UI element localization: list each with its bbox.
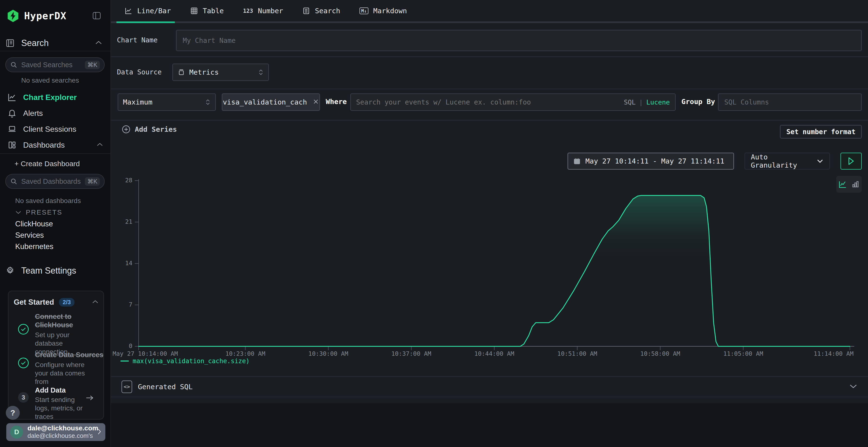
step-number-badge: 3 — [18, 392, 29, 403]
sidebar-item-label: Chart Explorer — [23, 93, 77, 102]
granularity-value: Auto Granularity — [751, 153, 816, 169]
no-saved-searches-text: No saved searches — [21, 77, 79, 84]
create-dashboard-button[interactable]: + Create Dashboard — [14, 160, 80, 168]
preset-kubernetes[interactable]: Kubernetes — [15, 242, 54, 251]
date-range-value: May 27 10:14:11 - May 27 11:14:11 — [585, 157, 724, 165]
tab-label: Markdown — [373, 7, 407, 15]
tab-label: Table — [203, 7, 224, 15]
get-started-step-3[interactable]: 3 Add Data Start sending logs, metrics, … — [14, 386, 99, 413]
preset-services[interactable]: Services — [15, 231, 44, 240]
y-axis-tick-label: 21 — [117, 218, 132, 225]
main-panel: Line/Bar Table 123 Number Search M↓ Ma — [111, 0, 868, 447]
where-search-input[interactable] — [356, 98, 624, 106]
check-circle-icon — [18, 358, 29, 368]
group-by-input[interactable] — [718, 94, 862, 111]
tab-label: Search — [315, 7, 340, 15]
saved-searches-input[interactable] — [21, 61, 81, 69]
step-title: Add Data — [35, 386, 66, 394]
data-source-select[interactable]: Metrics — [173, 64, 269, 81]
chevron-down-icon — [816, 157, 824, 165]
user-sub-label: dale@clickhouse.com's — [28, 432, 93, 440]
x-axis-tick-label: 11:14:00 AM — [809, 350, 854, 357]
tab-line-bar[interactable]: Line/Bar — [111, 0, 181, 23]
help-button[interactable]: ? — [6, 406, 20, 420]
x-axis-tick-label: 10:44:00 AM — [458, 350, 530, 357]
chart-name-input[interactable] — [176, 30, 862, 51]
get-started-step-2[interactable]: Create Data Sources Configure where your… — [14, 351, 99, 377]
divider — [0, 153, 111, 154]
line-chart-icon[interactable] — [838, 180, 847, 188]
y-axis-tick-label: 14 — [117, 260, 132, 267]
sidebar-item-alerts[interactable]: Alerts — [0, 105, 111, 121]
preset-clickhouse[interactable]: ClickHouse — [15, 220, 53, 228]
sidebar-item-chart-explorer[interactable]: Chart Explorer — [0, 89, 111, 105]
x-axis-tick-label: 10:23:00 AM — [209, 350, 282, 357]
metric-field-tag[interactable]: visa_validation_cach — [222, 94, 320, 111]
chevron-up-icon[interactable] — [95, 40, 102, 46]
hyperdx-logo-icon — [6, 9, 20, 23]
one-two-three-icon: 123 — [243, 8, 253, 14]
app-logo[interactable]: HyperDX — [6, 9, 66, 23]
granularity-select[interactable]: Auto Granularity — [745, 153, 830, 170]
chart-type-toggle[interactable] — [836, 176, 862, 193]
saved-searches-search[interactable]: ⌘K — [5, 57, 105, 72]
set-number-format-button[interactable]: Set number format — [780, 125, 862, 138]
check-circle-icon — [18, 324, 29, 335]
search-icon — [10, 178, 18, 185]
get-started-step-1[interactable]: Connect to ClickHouse Set up your databa… — [14, 312, 99, 348]
laptop-icon — [7, 125, 17, 134]
search-section-label: Search — [21, 38, 49, 48]
active-tab-underline — [117, 22, 175, 23]
saved-dashboards-input[interactable] — [21, 177, 81, 185]
run-query-button[interactable] — [840, 153, 862, 170]
sidebar-item-team-settings[interactable]: Team Settings — [5, 266, 105, 276]
sidebar-item-client-sessions[interactable]: Client Sessions — [0, 121, 111, 137]
chevron-up-icon[interactable] — [96, 143, 103, 147]
legend-line-swatch — [121, 360, 129, 362]
team-settings-label: Team Settings — [21, 266, 76, 276]
gear-icon — [5, 266, 15, 275]
sidebar-item-dashboards[interactable]: Dashboards — [0, 137, 111, 153]
chart-toolbar: May 27 10:14:11 - May 27 11:14:11 Auto G… — [567, 153, 862, 170]
date-range-picker[interactable]: May 27 10:14:11 - May 27 11:14:11 — [567, 153, 734, 170]
chart-name-label: Chart Name — [117, 36, 158, 44]
presets-label: PRESETS — [26, 209, 62, 216]
user-email: dale@clickhouse.com — [28, 424, 93, 432]
language-toggle-divider: | — [639, 99, 643, 106]
database-icon — [178, 68, 185, 76]
sidebar-collapse-icon[interactable] — [93, 12, 101, 20]
where-input-box[interactable]: SQL | Lucene — [350, 94, 676, 111]
tab-table[interactable]: Table — [181, 0, 234, 23]
view-tabbar: Line/Bar Table 123 Number Search M↓ Ma — [111, 0, 868, 23]
add-series-button[interactable]: Add Series — [122, 125, 177, 134]
legend-series-label: max(visa_validation_cache.size) — [133, 357, 250, 365]
app-title: HyperDX — [24, 10, 66, 22]
presets-toggle[interactable]: PRESETS — [15, 209, 62, 216]
tab-label: Number — [258, 7, 283, 15]
tab-markdown[interactable]: M↓ Markdown — [350, 0, 416, 23]
language-toggle-lucene[interactable]: Lucene — [646, 99, 670, 106]
close-icon[interactable] — [313, 99, 319, 106]
saved-dashboards-shortcut: ⌘K — [85, 177, 100, 186]
tab-search[interactable]: Search — [293, 0, 350, 23]
bar-chart-icon[interactable] — [851, 180, 860, 188]
divider — [111, 89, 868, 89]
chevron-up-icon[interactable] — [92, 300, 99, 305]
tab-number[interactable]: 123 Number — [234, 0, 293, 23]
line-chart-icon — [7, 93, 17, 102]
user-menu[interactable]: D dale@clickhouse.com dale@clickhouse.co… — [6, 423, 105, 441]
calendar-icon — [574, 157, 581, 165]
step-desc: Configure where your data comes from — [35, 360, 90, 386]
language-toggle-sql[interactable]: SQL — [624, 99, 636, 106]
document-list-icon — [302, 7, 310, 15]
y-axis-tick-label: 0 — [117, 342, 132, 349]
page-background-lower — [111, 403, 868, 447]
group-by-label: Group By — [681, 98, 715, 106]
chart-legend: max(visa_validation_cache.size) — [121, 357, 250, 365]
saved-dashboards-search[interactable]: ⌘K — [5, 174, 105, 189]
select-chevrons-icon — [258, 69, 264, 75]
y-axis-tick-label: 7 — [117, 301, 132, 308]
sidebar-section-search[interactable]: Search — [5, 38, 105, 48]
generated-sql-toggle[interactable]: <> Generated SQL — [111, 376, 868, 397]
aggregation-select[interactable]: Maximum — [118, 94, 216, 111]
